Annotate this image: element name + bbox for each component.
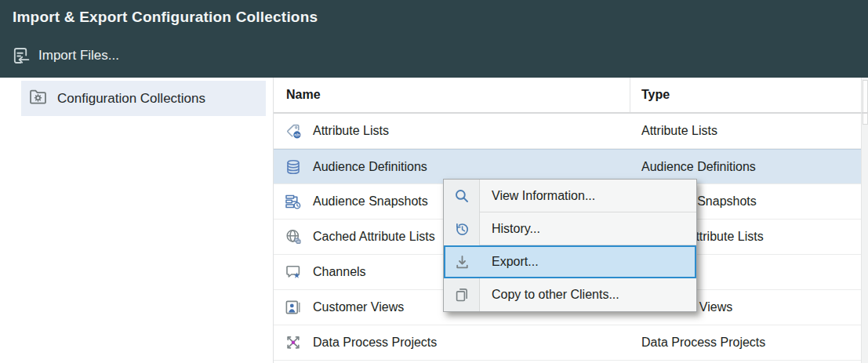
folder-gear-icon	[27, 86, 49, 111]
scrollbar-thumb[interactable]	[863, 80, 868, 125]
search-icon	[444, 180, 480, 212]
vertical-scrollbar[interactable]	[861, 78, 868, 363]
row-name-label: Data Process Projects	[313, 336, 437, 350]
row-name-label: Channels	[313, 265, 366, 279]
row-name-label: Customer Views	[313, 300, 404, 314]
crossed-arrows-icon	[284, 333, 303, 352]
import-export-window: Import & Export Configuration Collection…	[0, 0, 868, 363]
chat-star-icon	[284, 263, 303, 281]
menu-item-history[interactable]: History...	[444, 212, 696, 245]
sidebar-item-configuration-collections[interactable]: Configuration Collections	[21, 81, 266, 116]
name-cell: Audience Definitions	[274, 158, 630, 176]
table-row-data-process-projects[interactable]: Data Process Projects Data Process Proje…	[274, 325, 861, 361]
app-header: Import & Export Configuration Collection…	[0, 0, 868, 78]
type-cell: Audience Definitions	[630, 160, 756, 174]
menu-item-copy-to-other-clients[interactable]: Copy to other Clients...	[444, 278, 696, 311]
row-name-label: Attribute Lists	[313, 124, 389, 138]
history-icon	[444, 212, 480, 245]
menu-item-label: View Information...	[480, 180, 696, 212]
sidebar-item-label: Configuration Collections	[57, 91, 205, 107]
page-title: Import & Export Configuration Collection…	[13, 9, 318, 26]
menu-item-label: Export...	[480, 245, 696, 278]
import-files-label: Import Files...	[38, 48, 119, 64]
menu-item-label: Copy to other Clients...	[480, 278, 696, 311]
column-header-name[interactable]: Name	[274, 78, 630, 112]
row-name-label: Cached Attribute Lists	[313, 230, 435, 244]
copy-icon	[444, 278, 480, 311]
person-card-icon	[284, 298, 303, 317]
row-name-label: Audience Definitions	[313, 160, 427, 174]
import-files-button[interactable]: Import Files...	[9, 45, 119, 66]
sidebar: Configuration Collections	[0, 78, 274, 363]
row-name-label: Audience Snapshots	[313, 194, 428, 209]
menu-item-view-information[interactable]: View Information...	[444, 180, 696, 212]
snapshot-list-clock-icon	[284, 192, 303, 211]
menu-item-export[interactable]: Export...	[444, 245, 696, 278]
tag-code-icon: </>	[284, 122, 303, 140]
import-file-icon	[9, 45, 30, 66]
context-menu: View Information... History... Export...	[443, 179, 697, 312]
download-icon	[444, 245, 480, 278]
table-row-attribute-lists[interactable]: </> Attribute Lists Attribute Lists	[274, 114, 861, 149]
table-header-row: Name Type	[274, 78, 861, 114]
database-icon	[284, 158, 303, 176]
name-cell: Data Process Projects	[274, 333, 630, 352]
name-cell: </> Attribute Lists	[274, 122, 630, 140]
type-cell: Data Process Projects	[630, 336, 765, 350]
type-cell: Attribute Lists	[630, 124, 717, 138]
globe-cache-icon	[284, 227, 303, 246]
svg-text:</>: </>	[294, 132, 300, 137]
column-header-type[interactable]: Type	[630, 88, 670, 102]
menu-item-label: History...	[480, 212, 696, 245]
